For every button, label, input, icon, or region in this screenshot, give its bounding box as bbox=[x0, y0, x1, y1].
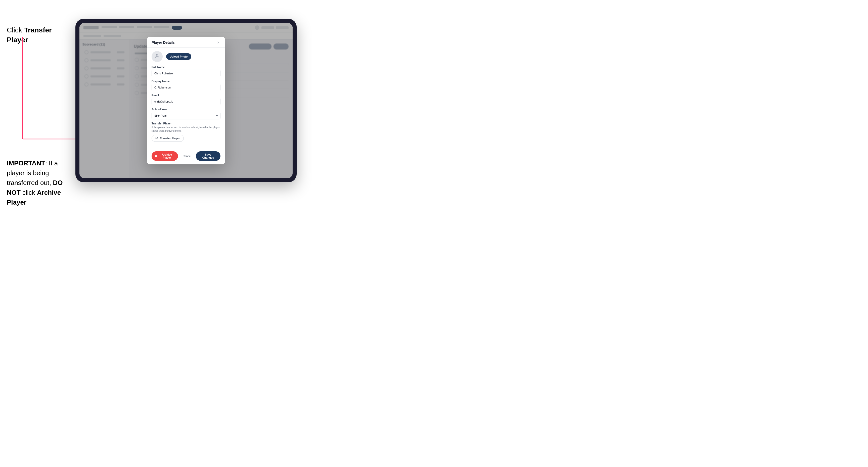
school-year-label: School Year bbox=[152, 108, 220, 111]
full-name-group: Full Name bbox=[152, 66, 220, 77]
transfer-button-label: Transfer Player bbox=[160, 137, 180, 140]
modal-close-button[interactable]: × bbox=[216, 40, 220, 45]
modal-title: Player Details bbox=[152, 40, 175, 44]
modal-overlay: Player Details × bbox=[80, 23, 292, 178]
do-not-text: click bbox=[21, 189, 37, 196]
transfer-section-title: Transfer Player bbox=[152, 122, 220, 125]
avatar-icon bbox=[154, 53, 160, 60]
display-name-label: Display Name bbox=[152, 80, 220, 83]
svg-rect-4 bbox=[155, 155, 157, 156]
archive-icon bbox=[155, 154, 157, 158]
modal-body: Upload Photo Full Name Display Name bbox=[147, 48, 225, 149]
transfer-player-section: Transfer Player If this player has moved… bbox=[152, 122, 220, 142]
display-name-group: Display Name bbox=[152, 80, 220, 91]
instruction-click-text: Click Transfer Player bbox=[7, 25, 72, 45]
email-input[interactable] bbox=[152, 98, 220, 105]
archive-button-label: Archive Player bbox=[159, 153, 175, 159]
transfer-icon bbox=[155, 136, 158, 140]
school-year-select[interactable]: First Year Second Year Third Year Fourth… bbox=[152, 112, 220, 119]
archive-player-button[interactable]: Archive Player bbox=[152, 151, 178, 161]
email-label: Email bbox=[152, 94, 220, 97]
full-name-label: Full Name bbox=[152, 66, 220, 69]
tablet-device: Scorecard (11) bbox=[75, 19, 297, 182]
click-prefix: Click bbox=[7, 26, 24, 34]
upload-photo-button[interactable]: Upload Photo bbox=[166, 53, 191, 60]
avatar-row: Upload Photo bbox=[152, 51, 220, 62]
player-details-modal: Player Details × bbox=[147, 37, 225, 164]
player-avatar bbox=[152, 51, 163, 62]
display-name-input[interactable] bbox=[152, 84, 220, 91]
save-changes-button[interactable]: Save Changes bbox=[196, 151, 220, 161]
important-label: IMPORTANT bbox=[7, 159, 45, 167]
svg-point-3 bbox=[156, 54, 158, 56]
transfer-player-button[interactable]: Transfer Player bbox=[152, 135, 184, 142]
modal-header: Player Details × bbox=[147, 37, 225, 48]
school-year-group: School Year First Year Second Year Third… bbox=[152, 108, 220, 119]
instruction-area: Click Transfer Player bbox=[7, 25, 72, 52]
tablet-screen: Scorecard (11) bbox=[80, 23, 292, 178]
full-name-input[interactable] bbox=[152, 70, 220, 77]
bottom-note: IMPORTANT: If a player is being transfer… bbox=[7, 158, 71, 207]
email-group: Email bbox=[152, 94, 220, 105]
transfer-section-description: If this player has moved to another scho… bbox=[152, 126, 220, 133]
cancel-button[interactable]: Cancel bbox=[181, 153, 193, 159]
modal-footer: Archive Player Cancel Save Changes bbox=[147, 149, 225, 164]
